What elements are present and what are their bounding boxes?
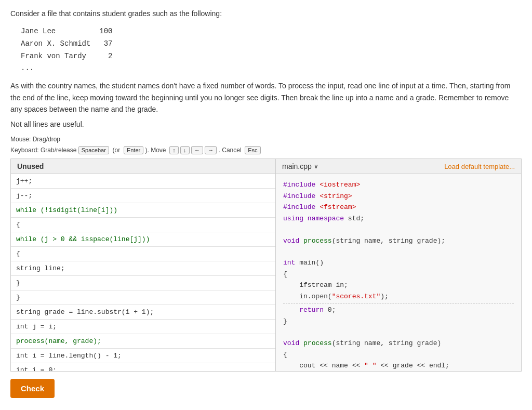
main-panel: main.cpp ∨ Load default template... #inc… — [276, 159, 521, 371]
down-key: ↓ — [180, 146, 190, 154]
list-item[interactable]: j--; — [11, 189, 275, 203]
intro-description2: As with the country names, the student n… — [10, 80, 522, 115]
list-item[interactable]: string grade = line.substr(i + 1); — [11, 305, 275, 320]
main-panel-header: main.cpp ∨ Load default template... — [276, 159, 521, 174]
list-item[interactable]: } — [11, 290, 275, 305]
dashed-separator — [283, 303, 514, 303]
list-item[interactable]: string line; — [11, 261, 275, 276]
unused-panel-header: Unused — [11, 159, 275, 174]
code-line: void process(string name, string grade) — [283, 338, 514, 349]
code-line-1: Jane Lee 100 — [21, 25, 522, 38]
code-line: ifstream in; — [283, 280, 514, 290]
mouse-hint: Mouse: Drag/drop — [10, 136, 522, 143]
code-line: int main() — [283, 257, 514, 268]
code-line — [283, 224, 514, 235]
list-item[interactable]: while (!isdigit(line[i])) — [11, 203, 275, 218]
code-line — [283, 246, 514, 257]
code-line: #include <string> — [283, 191, 514, 202]
example-code-block: Jane Lee 100 Aaron X. Schmidt 37 Frank v… — [21, 25, 522, 75]
spacebar-key: Spacebar — [78, 146, 109, 154]
code-line: } — [283, 316, 514, 327]
code-line: #include <iostream> — [283, 179, 514, 190]
code-line-4: ... — [21, 62, 522, 75]
list-item[interactable]: while (j > 0 && isspace(line[j])) — [11, 232, 275, 247]
code-line: return 0; — [283, 305, 514, 315]
chevron-down-icon[interactable]: ∨ — [314, 163, 318, 170]
list-item[interactable]: } — [11, 276, 275, 290]
unused-items-wrapper: j++; j--; while (!isdigit(line[i])) { wh… — [11, 174, 275, 371]
intro-description1: Consider a file that contains student gr… — [10, 8, 522, 19]
code-line: using namespace std; — [283, 213, 514, 224]
list-item[interactable]: int i = 0; — [11, 363, 275, 371]
code-line-2: Aaron X. Schmidt 37 — [21, 38, 522, 50]
code-line: #include <fstream> — [283, 202, 514, 213]
list-item[interactable]: { — [11, 218, 275, 232]
code-line: cout << name << " " << grade << endl; — [283, 360, 514, 371]
code-content: #include <iostream> #include <string> #i… — [276, 174, 521, 371]
right-key: → — [205, 146, 217, 154]
list-item[interactable]: process(name, grade); — [11, 334, 275, 349]
list-item[interactable]: { — [11, 247, 275, 261]
unused-panel: Unused j++; j--; while (!isdigit(line[i]… — [11, 159, 276, 371]
keyboard-hint: Keyboard: Grab/release Spacebar (or Ente… — [10, 146, 522, 154]
check-button[interactable]: Check — [10, 379, 55, 398]
main-panel-title: main.cpp — [282, 162, 312, 170]
code-line — [283, 327, 514, 338]
unused-scroll-area[interactable]: j++; j--; while (!isdigit(line[i])) { wh… — [11, 174, 275, 371]
enter-key: Enter — [124, 146, 143, 154]
up-key: ↑ — [169, 146, 179, 154]
list-item[interactable]: int i = line.length() - 1; — [11, 349, 275, 363]
esc-key: Esc — [245, 146, 260, 154]
main-panel-title-group: main.cpp ∨ — [282, 162, 318, 170]
code-line: { — [283, 349, 514, 360]
intro-description3: Not all lines are useful. — [10, 120, 522, 128]
left-key: ← — [191, 146, 203, 154]
load-template-button[interactable]: Load default template... — [444, 163, 515, 170]
code-line: { — [283, 269, 514, 280]
code-display: #include <iostream> #include <string> #i… — [276, 174, 521, 371]
list-item[interactable]: j++; — [11, 174, 275, 189]
code-line: void process(string name, string grade); — [283, 235, 514, 246]
panels-container: Unused j++; j--; while (!isdigit(line[i]… — [10, 158, 522, 372]
code-line-3: Frank von Tardy 2 — [21, 50, 522, 63]
list-item[interactable]: int j = i; — [11, 320, 275, 334]
code-line: in.open("scores.txt"); — [283, 291, 514, 302]
